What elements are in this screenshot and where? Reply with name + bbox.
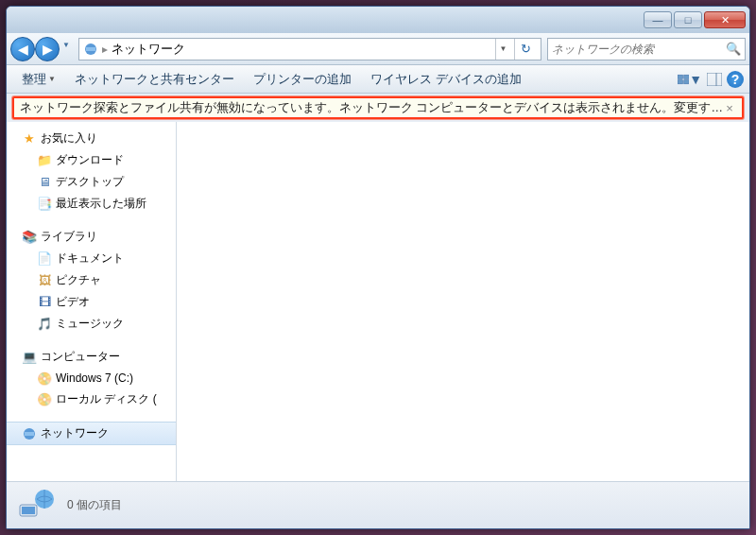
tree-downloads[interactable]: 📁ダウンロード <box>7 149 176 171</box>
favorites-group: ★ お気に入り 📁ダウンロード🖥デスクトップ📑最近表示した場所 <box>7 128 176 215</box>
tree-pictures-icon: 🖼 <box>37 273 52 288</box>
svg-rect-9 <box>25 432 34 436</box>
network-sharing-center-button[interactable]: ネットワークと共有センター <box>65 67 244 92</box>
help-button[interactable]: ? <box>727 71 744 88</box>
network-icon <box>83 42 98 57</box>
search-icon: 🔍 <box>726 42 741 56</box>
libraries-icon: 📚 <box>22 230 37 245</box>
favorites-header[interactable]: ★ お気に入り <box>7 128 176 149</box>
tree-item-label: ローカル ディスク ( <box>56 391 157 407</box>
tree-music[interactable]: 🎵ミュージック <box>7 313 176 335</box>
chevron-right-icon: ▸ <box>102 43 108 56</box>
view-options-button[interactable]: ▼ <box>678 69 702 90</box>
add-wireless-device-button[interactable]: ワイヤレス デバイスの追加 <box>361 67 531 92</box>
body-area: ★ お気に入り 📁ダウンロード🖥デスクトップ📑最近表示した場所 📚 ライブラリ … <box>7 122 749 481</box>
tree-videos[interactable]: 🎞ビデオ <box>7 291 176 313</box>
network-group: ネットワーク <box>7 422 176 445</box>
tree-desktop[interactable]: 🖥デスクトップ <box>7 171 176 193</box>
network-header[interactable]: ネットワーク <box>7 422 176 445</box>
explorer-window: — □ ✕ ◀ ▶ ▼ ▸ ネットワーク ▼ ↻ 🔍 整理▼ ネットワークと共有… <box>6 6 750 529</box>
computer-icon: 💻 <box>22 350 37 365</box>
star-icon: ★ <box>22 131 37 147</box>
network-large-icon <box>16 486 56 526</box>
libraries-group: 📚 ライブラリ 📄ドキュメント🖼ピクチャ🎞ビデオ🎵ミュージック <box>7 226 176 335</box>
tree-pictures[interactable]: 🖼ピクチャ <box>7 269 176 291</box>
tree-item-label: ドキュメント <box>56 250 124 267</box>
tree-music-icon: 🎵 <box>37 317 52 332</box>
notification-text: ネットワーク探索とファイル共有が無効になっています。ネットワーク コンピューター… <box>20 100 723 116</box>
libraries-header[interactable]: 📚 ライブラリ <box>7 226 176 248</box>
tree-item-label: ミュージック <box>56 316 124 332</box>
search-box[interactable]: 🔍 <box>547 38 746 60</box>
tree-videos-icon: 🎞 <box>37 295 52 310</box>
svg-rect-1 <box>86 47 95 51</box>
navigation-row: ◀ ▶ ▼ ▸ ネットワーク ▼ ↻ 🔍 <box>7 33 749 65</box>
tree-item-label: ビデオ <box>56 294 90 310</box>
tree-item-label: ピクチャ <box>56 272 101 288</box>
svg-rect-6 <box>707 73 722 86</box>
add-printer-button[interactable]: プリンターの追加 <box>244 67 361 92</box>
tree-drive-local[interactable]: 📀ローカル ディスク ( <box>7 388 176 410</box>
computer-group: 💻 コンピューター 📀Windows 7 (C:)📀ローカル ディスク ( <box>7 346 176 410</box>
tree-recent-icon: 📑 <box>37 197 52 212</box>
tree-documents[interactable]: 📄ドキュメント <box>7 248 176 269</box>
tree-item-label: デスクトップ <box>56 174 124 190</box>
refresh-button[interactable]: ↻ <box>514 39 537 60</box>
forward-button[interactable]: ▶ <box>35 37 60 61</box>
tree-item-label: ダウンロード <box>56 152 124 168</box>
back-button[interactable]: ◀ <box>10 37 35 61</box>
tree-drive-c-icon: 📀 <box>37 371 52 386</box>
tree-item-label: Windows 7 (C:) <box>56 371 133 385</box>
notification-close-button[interactable]: × <box>723 101 736 115</box>
title-bar: — □ ✕ <box>7 7 749 33</box>
tree-desktop-icon: 🖥 <box>37 175 52 190</box>
address-bar[interactable]: ▸ ネットワーク ▼ ↻ <box>78 38 541 60</box>
content-pane <box>177 122 749 481</box>
details-pane: 0 個の項目 <box>7 481 749 528</box>
minimize-button[interactable]: — <box>644 11 672 28</box>
svg-rect-2 <box>678 75 682 78</box>
tree-item-label: 最近表示した場所 <box>56 196 146 212</box>
navigation-pane: ★ お気に入り 📁ダウンロード🖥デスクトップ📑最近表示した場所 📚 ライブラリ … <box>7 122 177 481</box>
breadcrumb-network[interactable]: ネットワーク <box>112 41 185 58</box>
maximize-button[interactable]: □ <box>674 11 702 28</box>
network-icon <box>22 426 37 441</box>
nav-history-dropdown[interactable]: ▼ <box>60 37 73 54</box>
command-toolbar: 整理▼ ネットワークと共有センター プリンターの追加 ワイヤレス デバイスの追加… <box>7 65 749 94</box>
item-count-text: 0 個の項目 <box>67 497 122 513</box>
tree-recent[interactable]: 📑最近表示した場所 <box>7 193 176 215</box>
tree-drive-c[interactable]: 📀Windows 7 (C:) <box>7 368 176 388</box>
svg-rect-4 <box>678 79 682 83</box>
address-dropdown-button[interactable]: ▼ <box>495 39 510 60</box>
tree-downloads-icon: 📁 <box>37 153 52 168</box>
search-input[interactable] <box>552 43 726 56</box>
computer-header[interactable]: 💻 コンピューター <box>7 346 176 368</box>
svg-rect-11 <box>22 507 35 514</box>
organize-menu[interactable]: 整理▼ <box>12 67 65 92</box>
close-button[interactable]: ✕ <box>704 11 746 28</box>
notification-bar[interactable]: ネットワーク探索とファイル共有が無効になっています。ネットワーク コンピューター… <box>12 96 744 119</box>
tree-documents-icon: 📄 <box>37 251 52 267</box>
preview-pane-button[interactable] <box>702 69 727 90</box>
tree-drive-local-icon: 📀 <box>37 392 52 407</box>
